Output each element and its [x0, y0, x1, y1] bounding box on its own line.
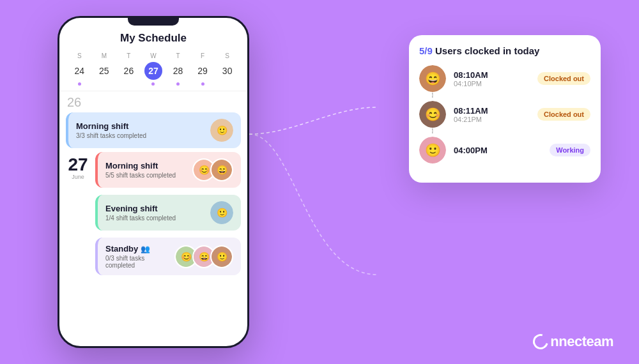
clockin-time-out-2: 04:21PM — [454, 116, 530, 123]
day-dot-29 — [201, 82, 204, 86]
logo-c-icon — [530, 331, 551, 353]
schedule-content: 26 Morning shift 3/3 shift tasks complet… — [59, 91, 247, 346]
day-27-section: 27 June Morning shift 5/5 shift tasks co… — [66, 152, 241, 279]
day-num-28: 28 — [169, 62, 187, 80]
clockin-times-2: 08:11AM 04:21PM — [454, 106, 530, 123]
avatar-face-1: 🙂 — [210, 119, 233, 142]
morning-shift-26-tasks: 3/3 shift tasks completed — [76, 132, 146, 139]
day-26-section: 26 Morning shift 3/3 shift tasks complet… — [66, 95, 241, 148]
evening-shift-27-card[interactable]: Evening shift 1/4 shift tasks completed … — [95, 195, 241, 231]
day-letter-sun: S — [77, 52, 82, 59]
day-27-label: 27 June — [66, 152, 90, 279]
day-col-tue[interactable]: T 26 — [119, 52, 137, 86]
clockin-row-2: 😊 08:11AM 04:21PM Clocked out — [419, 101, 590, 128]
day-letter-thu: T — [176, 52, 180, 59]
day-col-sat[interactable]: S 30 — [219, 52, 236, 86]
standby-27-card[interactable]: Standby 👥 0/3 shift tasks completed 😊 😄 — [95, 238, 241, 275]
clockin-time-out-1: 04:10PM — [454, 80, 530, 87]
standby-27-name: Standby 👥 — [105, 244, 174, 254]
day-dot-27 — [151, 82, 155, 86]
status-badge-1: Clocked out — [537, 72, 590, 85]
day-num-29: 29 — [194, 62, 212, 80]
status-badge-3: Working — [550, 144, 590, 156]
evening-shift-27-tasks: 1/4 shift tasks completed — [105, 215, 176, 222]
standby-27-info: Standby 👥 0/3 shift tasks completed — [105, 244, 174, 269]
clockin-times-3: 04:00PM — [454, 146, 542, 155]
day-num-26: 26 — [119, 62, 137, 80]
clockin-avatar-face-2: 😊 — [419, 101, 446, 128]
day-letter-wed: W — [150, 52, 156, 59]
day-dot-24 — [78, 82, 81, 86]
day-letter-tue: T — [127, 52, 130, 59]
morning-shift-27-card[interactable]: Morning shift 5/5 shift tasks completed … — [95, 152, 241, 188]
day-27-month: June — [72, 174, 84, 180]
standby-27-avatars: 😊 😄 🙂 — [174, 245, 233, 268]
avatar-group-1b: 😄 — [210, 158, 233, 181]
day-num-30: 30 — [219, 62, 236, 80]
day-num-24: 24 — [70, 62, 88, 80]
morning-shift-27-avatars: 😊 😄 — [192, 158, 233, 181]
morning-shift-26-name: Morning shift — [76, 121, 146, 131]
day-col-wed[interactable]: W 27 — [144, 52, 162, 86]
clockin-panel: 5/9 Users clocked in today 😄 08:10AM 04:… — [409, 35, 601, 183]
day-col-mon[interactable]: M 25 — [95, 52, 113, 86]
day-letter-sat: S — [225, 52, 229, 59]
day-col-sun[interactable]: S 24 — [70, 52, 88, 86]
day-letter-mon: M — [102, 52, 107, 59]
standby-label-row: Standby 👥 — [105, 244, 174, 254]
clockin-count: 5/9 — [419, 45, 433, 56]
avatar-face-4: 🙂 — [210, 201, 233, 224]
phone-mockup: My Schedule S 24 M 25 T 26 W 27 T 2 — [58, 16, 249, 348]
clockin-avatar-3: 🙂 — [419, 137, 446, 163]
logo-text: nnecteam — [550, 333, 613, 350]
clockin-avatar-2: 😊 — [419, 101, 446, 128]
morning-shift-27-name: Morning shift — [105, 161, 176, 171]
day-num-27: 27 — [144, 62, 162, 80]
day-letter-fri: F — [201, 52, 204, 59]
clockin-header: 5/9 Users clocked in today — [419, 45, 590, 56]
avatar-group-3c: 🙂 — [210, 245, 233, 268]
evening-shift-27-name: Evening shift — [105, 204, 176, 213]
evening-shift-27-avatar: 🙂 — [210, 201, 233, 224]
clockin-time-in-1: 08:10AM — [454, 70, 530, 80]
day-27-num: 27 — [68, 156, 88, 174]
morning-shift-26-avatar: 🙂 — [210, 119, 233, 142]
avatar-face-3: 😄 — [212, 160, 232, 180]
clockin-avatar-face-3: 🙂 — [419, 137, 446, 163]
morning-shift-27-info: Morning shift 5/5 shift tasks completed — [105, 161, 176, 179]
clockin-time-in-2: 08:11AM — [454, 106, 530, 116]
day-dot-28 — [176, 82, 180, 86]
clockin-time-in-3: 04:00PM — [454, 146, 542, 155]
clockin-times-1: 08:10AM 04:10PM — [454, 70, 530, 87]
morning-shift-26-card[interactable]: Morning shift 3/3 shift tasks completed … — [66, 112, 241, 148]
week-calendar: S 24 M 25 T 26 W 27 T 28 F — [59, 50, 247, 91]
day-26-label: 26 — [66, 95, 241, 110]
clockin-row-1: 😄 08:10AM 04:10PM Clocked out — [419, 65, 590, 92]
status-badge-2: Clocked out — [537, 108, 590, 121]
clockin-avatar-1: 😄 — [419, 65, 446, 92]
standby-27-tasks: 0/3 shift tasks completed — [105, 255, 174, 269]
people-icon: 👥 — [141, 245, 150, 254]
clockin-row-3: 🙂 04:00PM Working — [419, 137, 590, 163]
day-col-thu[interactable]: T 28 — [169, 52, 187, 86]
morning-shift-27-tasks: 5/5 shift tasks completed — [105, 172, 176, 179]
clockin-avatar-face-1: 😄 — [419, 65, 446, 92]
phone-title: My Schedule — [59, 28, 247, 50]
day-27-shifts: Morning shift 5/5 shift tasks completed … — [95, 152, 241, 279]
morning-shift-26-info: Morning shift 3/3 shift tasks completed — [76, 121, 146, 139]
phone-notch — [128, 18, 179, 26]
clockin-header-text: Users clocked in today — [435, 45, 539, 56]
avatar-face-7: 🙂 — [212, 246, 232, 267]
day-num-25: 25 — [95, 62, 113, 80]
day-col-fri[interactable]: F 29 — [194, 52, 212, 86]
evening-shift-27-info: Evening shift 1/4 shift tasks completed — [105, 204, 176, 222]
logo-area: nnecteam — [533, 333, 613, 350]
